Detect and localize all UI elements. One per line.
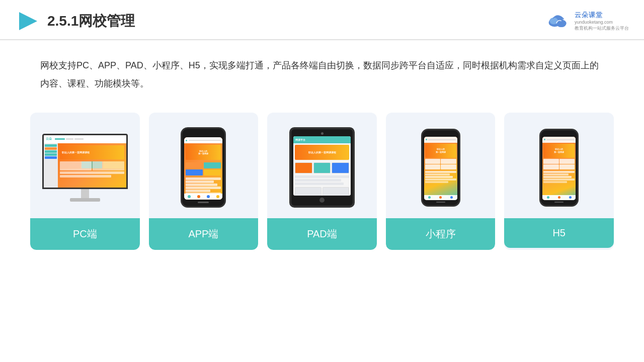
card-miniprogram-image: 职达人的第一堂网课	[386, 113, 496, 218]
phone-mockup-miniprogram: 职达人的第一堂网课	[421, 129, 460, 207]
phone-mockup-h5: 职达人的第一堂网课	[539, 129, 579, 207]
pc-monitor: 云朵	[42, 134, 128, 202]
card-h5-image: 职达人的第一堂网课	[504, 113, 614, 218]
tablet-frame: 网课平台 职达人的第一堂网课课程	[289, 127, 355, 208]
monitor-screen: 云朵	[42, 134, 128, 189]
page-title: 2.5.1网校管理	[47, 12, 135, 31]
card-app-label: APP端	[149, 218, 259, 250]
cards-section: 云朵	[0, 103, 644, 260]
logo-area: 云朵课堂 yunduoketang.com 教育机构一站式服务云平台	[545, 11, 629, 31]
card-pc-image: 云朵	[30, 113, 140, 218]
card-h5: 职达人的第一堂网课	[504, 113, 614, 250]
phone-frame-app: 职达人的第一堂网课	[181, 127, 226, 208]
svg-point-4	[549, 18, 558, 24]
card-pc-label: PC端	[30, 218, 140, 250]
logo-name: 云朵课堂	[575, 11, 603, 20]
logo-text-block: 云朵课堂 yunduoketang.com 教育机构一站式服务云平台	[575, 11, 629, 31]
card-pad-image: 网课平台 职达人的第一堂网课课程	[267, 113, 377, 218]
header-left: 2.5.1网校管理	[15, 9, 135, 33]
phone-mockup-app: 职达人的第一堂网课	[181, 127, 226, 208]
play-icon	[15, 9, 39, 33]
card-pad: 网课平台 职达人的第一堂网课课程	[267, 113, 377, 250]
tablet-mockup: 网课平台 职达人的第一堂网课课程	[289, 127, 355, 208]
card-h5-label: H5	[504, 218, 614, 248]
svg-marker-0	[19, 12, 37, 30]
mini-phone-frame-miniprogram: 职达人的第一堂网课	[421, 129, 460, 207]
card-pc: 云朵	[30, 113, 140, 250]
logo-domain: yunduoketang.com	[575, 20, 613, 26]
card-miniprogram-label: 小程序	[386, 218, 496, 250]
header: 2.5.1网校管理 云朵课堂 yunduoketang.com 教育机构一站式服…	[0, 0, 644, 40]
cloud-logo-icon	[545, 12, 571, 31]
mini-phone-frame-h5: 职达人的第一堂网课	[539, 129, 579, 207]
card-app: 职达人的第一堂网课	[149, 113, 259, 250]
description-text: 网校支持PC、APP、PAD、小程序、H5，实现多端打通，产品各终端自由切换，数…	[0, 40, 644, 103]
logo-tagline: 教育机构一站式服务云平台	[575, 26, 629, 32]
card-app-image: 职达人的第一堂网课	[149, 113, 259, 218]
card-pad-label: PAD端	[267, 218, 377, 250]
card-miniprogram: 职达人的第一堂网课	[386, 113, 496, 250]
